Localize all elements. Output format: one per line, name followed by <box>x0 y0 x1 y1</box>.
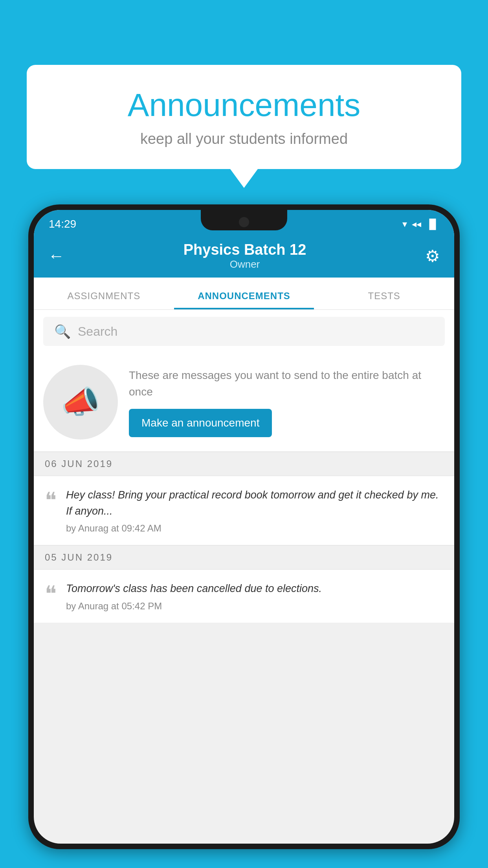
tab-announcements[interactable]: ANNOUNCEMENTS <box>174 291 314 309</box>
make-announcement-button[interactable]: Make an announcement <box>129 409 272 437</box>
quote-icon-1: ❝ <box>45 489 57 534</box>
announcement-text-area-1: Hey class! Bring your practical record b… <box>66 487 443 534</box>
announcement-author-1: by Anurag at 09:42 AM <box>66 523 443 534</box>
back-button[interactable]: ← <box>48 246 64 265</box>
announcement-item-2: ❝ Tomorrow's class has been cancelled du… <box>34 570 454 623</box>
signal-icon: ◂◂ <box>412 219 421 230</box>
tab-tests[interactable]: TESTS <box>314 291 454 309</box>
announcement-item-1: ❝ Hey class! Bring your practical record… <box>34 476 454 545</box>
phone-outer: 14:29 ▾ ◂◂ ▐▌ ← Physics Batch 12 Owner ⚙ <box>28 204 460 849</box>
promo-icon-circle: 📣 <box>43 365 118 440</box>
search-icon: 🔍 <box>54 324 71 339</box>
promo-description: These are messages you want to send to t… <box>129 367 445 400</box>
status-time: 14:29 <box>49 218 76 230</box>
wifi-icon: ▾ <box>402 219 407 230</box>
date-separator-1: 06 JUN 2019 <box>34 452 454 476</box>
speech-bubble: Announcements keep all your students inf… <box>27 65 461 169</box>
search-placeholder: Search <box>78 324 117 339</box>
phone-camera <box>239 217 249 227</box>
app-bar-title-area: Physics Batch 12 Owner <box>64 241 425 270</box>
app-bar-title: Physics Batch 12 <box>64 241 425 258</box>
status-icons: ▾ ◂◂ ▐▌ <box>402 219 439 230</box>
search-container: 🔍 Search <box>34 310 454 353</box>
app-bar-subtitle: Owner <box>64 258 425 270</box>
promo-text-area: These are messages you want to send to t… <box>129 367 445 437</box>
phone-screen: 14:29 ▾ ◂◂ ▐▌ ← Physics Batch 12 Owner ⚙ <box>34 210 454 844</box>
phone-container: 14:29 ▾ ◂◂ ▐▌ ← Physics Batch 12 Owner ⚙ <box>28 204 460 868</box>
search-bar[interactable]: 🔍 Search <box>43 317 445 346</box>
tab-assignments[interactable]: ASSIGNMENTS <box>34 291 174 309</box>
announcement-text-1: Hey class! Bring your practical record b… <box>66 487 443 519</box>
app-bar: ← Physics Batch 12 Owner ⚙ <box>34 234 454 278</box>
phone-notch <box>201 210 287 230</box>
megaphone-icon: 📣 <box>61 384 100 421</box>
speech-bubble-subtitle: keep all your students informed <box>50 131 438 147</box>
date-separator-2: 05 JUN 2019 <box>34 545 454 570</box>
speech-bubble-container: Announcements keep all your students inf… <box>27 65 461 169</box>
quote-icon-2: ❝ <box>45 583 57 612</box>
announcement-text-2: Tomorrow's class has been cancelled due … <box>66 581 443 597</box>
battery-icon: ▐▌ <box>426 219 439 230</box>
announcement-author-2: by Anurag at 05:42 PM <box>66 601 443 612</box>
tabs-container: ASSIGNMENTS ANNOUNCEMENTS TESTS <box>34 278 454 310</box>
announcement-text-area-2: Tomorrow's class has been cancelled due … <box>66 581 443 612</box>
speech-bubble-title: Announcements <box>50 86 438 123</box>
promo-area: 📣 These are messages you want to send to… <box>34 353 454 452</box>
settings-button[interactable]: ⚙ <box>425 246 440 266</box>
